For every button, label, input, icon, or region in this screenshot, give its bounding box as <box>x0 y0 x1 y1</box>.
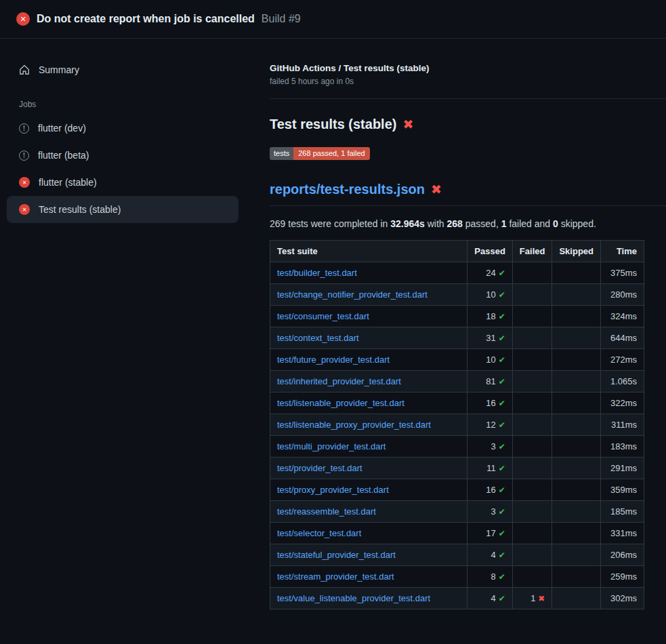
suite-link[interactable]: test/consumer_test.dart <box>277 311 369 321</box>
summary-duration: 32.964s <box>390 218 425 229</box>
check-icon: ✔ <box>499 312 505 321</box>
table-header-row: Test suitePassedFailedSkippedTime <box>270 241 644 262</box>
summary-passed-count: 268 <box>447 218 463 229</box>
summary-mid3: failed and <box>507 218 554 229</box>
count-value: 10 <box>486 355 495 365</box>
passed-cell: 4✔ <box>467 588 513 609</box>
suite-link[interactable]: test/inherited_provider_test.dart <box>277 376 401 386</box>
time-cell: 359ms <box>601 479 644 501</box>
time-cell: 206ms <box>601 544 644 566</box>
suite-link[interactable]: test/change_notifier_provider_test.dart <box>277 289 428 300</box>
job-neutral-icon: ! <box>19 150 29 161</box>
suite-link[interactable]: test/builder_test.dart <box>277 268 357 278</box>
time-cell: 185ms <box>601 501 644 523</box>
table-row: test/stateful_provider_test.dart4✔206ms <box>270 544 644 566</box>
table-row: test/context_test.dart31✔644ms <box>270 327 644 349</box>
passed-cell: 3✔ <box>467 436 513 458</box>
count-value: 17 <box>486 528 495 538</box>
skipped-cell <box>552 588 601 609</box>
passed-cell: 31✔ <box>467 327 513 349</box>
table-row: test/selector_test.dart17✔331ms <box>270 523 644 544</box>
time-cell: 644ms <box>601 327 644 349</box>
content-wrap: Summary Jobs !flutter (dev)!flutter (bet… <box>0 39 666 643</box>
check-section-title: Test results (stable)✖ <box>270 117 666 132</box>
failed-cell <box>512 306 552 327</box>
passed-cell: 18✔ <box>467 306 513 327</box>
passed-cell: 24✔ <box>467 262 513 284</box>
run-status-text: failed 5 hours ago in 0s <box>270 77 666 86</box>
failed-cell <box>512 262 552 284</box>
sidebar-item-summary[interactable]: Summary <box>7 56 238 83</box>
suite-cell: test/value_listenable_provider_test.dart <box>270 588 467 609</box>
suite-link[interactable]: test/listenable_proxy_provider_test.dart <box>277 420 431 430</box>
suite-link[interactable]: test/selector_test.dart <box>277 528 361 538</box>
failed-x-icon: ✖ <box>402 118 413 131</box>
suite-link[interactable]: test/value_listenable_provider_test.dart <box>277 593 430 603</box>
suite-link[interactable]: test/stream_provider_test.dart <box>277 571 394 582</box>
home-icon <box>19 64 30 75</box>
report-failed-x-icon: ✖ <box>431 183 442 196</box>
table-body: test/builder_test.dart24✔375mstest/chang… <box>270 262 644 609</box>
build-number: Build #9 <box>262 13 301 25</box>
count-value: 18 <box>486 311 495 321</box>
skipped-cell <box>552 327 601 349</box>
section-divider <box>270 98 666 99</box>
job-failed-icon: ✕ <box>19 204 30 215</box>
check-icon: ✔ <box>499 442 505 451</box>
time-cell: 311ms <box>601 414 644 436</box>
sidebar-item-job[interactable]: !flutter (dev) <box>7 115 238 142</box>
suite-cell: test/selector_test.dart <box>270 523 467 544</box>
passed-cell: 11✔ <box>467 458 513 479</box>
suite-link[interactable]: test/listenable_provider_test.dart <box>277 398 404 408</box>
passed-cell: 17✔ <box>467 523 513 544</box>
failed-cell <box>512 501 552 523</box>
table-row: test/value_listenable_provider_test.dart… <box>270 588 644 609</box>
column-header: Test suite <box>270 241 467 262</box>
table-row: test/change_notifier_provider_test.dart1… <box>270 284 644 306</box>
suite-link[interactable]: test/multi_provider_test.dart <box>277 441 386 451</box>
count-value: 10 <box>486 289 495 300</box>
time-cell: 259ms <box>601 566 644 588</box>
check-icon: ✔ <box>499 485 505 495</box>
failed-cell <box>512 393 552 414</box>
check-icon: ✔ <box>499 507 505 517</box>
check-icon: ✔ <box>499 464 505 473</box>
main-panel: GitHub Actions / Test results (stable) f… <box>270 39 666 643</box>
passed-cell: 10✔ <box>467 284 513 306</box>
job-label: flutter (stable) <box>39 177 97 188</box>
check-icon: ✔ <box>499 594 505 603</box>
suite-link[interactable]: test/stateful_provider_test.dart <box>277 550 396 560</box>
column-header: Passed <box>467 241 513 262</box>
failed-cell <box>512 327 552 349</box>
suite-link[interactable]: test/provider_test.dart <box>277 463 362 473</box>
table-row: test/provider_test.dart11✔291ms <box>270 458 644 479</box>
check-icon: ✔ <box>499 399 505 408</box>
time-cell: 331ms <box>601 523 644 544</box>
suite-link[interactable]: test/reassemble_test.dart <box>277 506 376 517</box>
table-row: test/builder_test.dart24✔375ms <box>270 262 644 284</box>
summary-mid2: passed, <box>463 218 501 229</box>
passed-cell: 16✔ <box>467 393 513 414</box>
job-label: flutter (dev) <box>38 123 86 134</box>
count-value: 4 <box>491 550 496 560</box>
sidebar-item-job[interactable]: ✕Test results (stable) <box>7 196 238 223</box>
time-cell: 280ms <box>601 284 644 306</box>
passed-cell: 12✔ <box>467 414 513 436</box>
passed-cell: 81✔ <box>467 371 513 393</box>
sidebar-item-job[interactable]: !flutter (beta) <box>7 142 238 169</box>
report-link[interactable]: reports/test-results.json <box>270 182 425 197</box>
suite-cell: test/context_test.dart <box>270 327 467 349</box>
suite-link[interactable]: test/context_test.dart <box>277 333 359 343</box>
failed-cell: 1✖ <box>512 588 552 609</box>
time-cell: 183ms <box>601 436 644 458</box>
table-row: test/listenable_proxy_provider_test.dart… <box>270 414 644 436</box>
suite-link[interactable]: test/future_provider_test.dart <box>277 355 390 365</box>
summary-skipped-count: 0 <box>553 218 558 229</box>
suite-cell: test/consumer_test.dart <box>270 306 467 327</box>
table-row: test/stream_provider_test.dart8✔259ms <box>270 566 644 588</box>
passed-cell: 10✔ <box>467 349 513 371</box>
sidebar-item-job[interactable]: ✕flutter (stable) <box>7 169 238 196</box>
suite-link[interactable]: test/proxy_provider_test.dart <box>277 485 389 495</box>
sidebar: Summary Jobs !flutter (dev)!flutter (bet… <box>0 39 270 643</box>
suite-cell: test/provider_test.dart <box>270 458 467 479</box>
